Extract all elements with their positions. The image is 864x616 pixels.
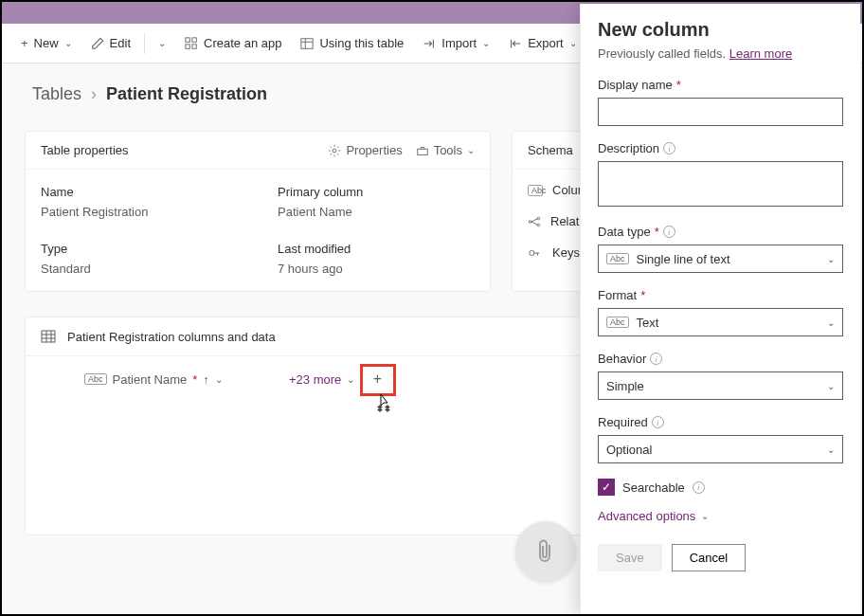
info-icon[interactable]: i — [652, 416, 664, 428]
svg-point-7 — [333, 149, 336, 153]
edit-more-button[interactable]: ⌄ — [151, 32, 173, 54]
import-label: Import — [441, 36, 477, 50]
table-icon — [41, 329, 56, 344]
primary-label: Primary column — [278, 185, 363, 199]
gear-icon — [328, 144, 341, 157]
panel-title: New column — [598, 19, 843, 41]
primary-value: Patient Name — [278, 205, 363, 219]
new-button[interactable]: + New ⌄ — [13, 30, 80, 56]
abc-icon: Abc — [606, 317, 629, 328]
format-label: Format* — [598, 288, 843, 302]
datatype-label: Data type* i — [598, 225, 843, 239]
chevron-down-icon: ⌄ — [569, 38, 577, 48]
format-select[interactable]: Abc Text ⌄ — [598, 308, 843, 336]
abc-icon: Abc — [606, 253, 629, 264]
name-value: Patient Registration — [41, 205, 240, 219]
behavior-label: Behavior i — [598, 352, 843, 366]
card-title: Table properties — [41, 143, 129, 157]
datatype-select[interactable]: Abc Single line of text ⌄ — [598, 245, 843, 273]
properties-action[interactable]: Properties — [328, 143, 402, 157]
behavior-select[interactable]: Simple ⌄ — [598, 371, 843, 400]
cancel-button[interactable]: Cancel — [672, 544, 746, 571]
chevron-down-icon: ⌄ — [467, 145, 475, 155]
info-icon[interactable]: i — [693, 481, 705, 494]
tools-action[interactable]: Tools ⌄ — [416, 143, 475, 157]
pencil-icon — [91, 37, 104, 50]
new-column-panel: New column Previously called fields. Lea… — [580, 4, 860, 614]
svg-point-11 — [537, 224, 540, 226]
modified-label: Last modified — [278, 242, 363, 256]
chevron-down-icon: ⌄ — [827, 444, 835, 455]
searchable-label: Searchable — [622, 480, 685, 495]
chevron-down-icon: ⌄ — [827, 317, 835, 328]
breadcrumb-parent[interactable]: Tables — [32, 84, 81, 104]
attachment-fab[interactable] — [515, 521, 576, 582]
display-name-input[interactable] — [598, 98, 843, 126]
info-icon[interactable]: i — [650, 353, 662, 365]
svg-point-9 — [529, 220, 531, 223]
info-icon[interactable]: i — [663, 226, 675, 238]
check-icon: ✓ — [602, 480, 611, 494]
export-icon — [509, 37, 522, 50]
learn-more-link[interactable]: Learn more — [729, 46, 792, 61]
svg-rect-8 — [417, 149, 427, 154]
edit-label: Edit — [110, 36, 131, 50]
chevron-down-icon: ⌄ — [827, 254, 835, 264]
grid-icon — [185, 37, 198, 50]
description-input[interactable] — [598, 161, 843, 207]
export-button[interactable]: Export ⌄ — [501, 30, 585, 56]
required-select[interactable]: Optional ⌄ — [598, 435, 843, 463]
breadcrumb-current: Patient Registration — [106, 84, 267, 104]
create-app-button[interactable]: Create an app — [177, 30, 289, 56]
chevron-down-icon: ⌄ — [701, 511, 709, 521]
type-label: Type — [41, 242, 240, 256]
relationship-icon — [528, 215, 541, 228]
using-table-button[interactable]: Using this table — [293, 30, 411, 56]
more-columns[interactable]: +23 more ⌄ — [289, 372, 354, 387]
data-card-title: Patient Registration columns and data — [67, 330, 276, 344]
required-label: Required i — [598, 415, 843, 429]
name-label: Name — [41, 185, 240, 199]
toolbox-icon — [416, 144, 429, 157]
add-column-button[interactable]: + — [364, 366, 390, 392]
toolbar-divider — [144, 33, 145, 54]
export-label: Export — [528, 36, 564, 50]
svg-rect-13 — [42, 331, 55, 342]
display-name-label: Display name* — [598, 78, 843, 92]
schema-title: Schema — [528, 143, 573, 157]
chevron-down-icon: ⌄ — [158, 38, 166, 48]
sort-up-icon: ↑ — [203, 372, 209, 387]
import-button[interactable]: Import ⌄ — [415, 30, 497, 56]
chevron-down-icon: ⌄ — [215, 374, 223, 385]
plus-icon: + — [21, 36, 28, 50]
panel-subtitle: Previously called fields. Learn more — [598, 46, 843, 61]
chevron-down-icon: ⌄ — [482, 38, 490, 48]
chevron-down-icon: ⌄ — [64, 38, 72, 48]
key-icon — [528, 246, 543, 260]
advanced-options-toggle[interactable]: Advanced options ⌄ — [598, 509, 843, 523]
import-icon — [423, 37, 436, 50]
table-properties-card: Table properties Properties Tools ⌄ — [25, 131, 491, 292]
plus-icon: + — [373, 371, 382, 388]
chevron-down-icon: ⌄ — [827, 381, 835, 391]
abc-icon: Abc — [84, 373, 107, 385]
abc-icon: Abc — [528, 185, 543, 196]
required-asterisk: * — [192, 372, 197, 387]
svg-rect-0 — [186, 37, 189, 41]
column-header-patient-name[interactable]: Abc Patient Name * ↑ ⌄ — [71, 372, 289, 387]
chevron-right-icon: › — [91, 84, 97, 104]
svg-point-10 — [537, 217, 540, 220]
svg-rect-1 — [192, 37, 196, 41]
edit-button[interactable]: Edit — [83, 30, 138, 56]
new-label: New — [34, 36, 59, 50]
create-app-label: Create an app — [204, 36, 281, 50]
searchable-checkbox[interactable]: ✓ — [598, 479, 615, 496]
svg-rect-3 — [192, 44, 196, 47]
modified-value: 7 hours ago — [278, 262, 363, 276]
svg-rect-2 — [186, 44, 189, 47]
svg-rect-18 — [377, 405, 390, 413]
chevron-down-icon: ⌄ — [347, 374, 354, 385]
info-icon[interactable]: i — [663, 142, 675, 154]
type-value: Standard — [41, 262, 240, 276]
table-icon — [300, 37, 314, 50]
